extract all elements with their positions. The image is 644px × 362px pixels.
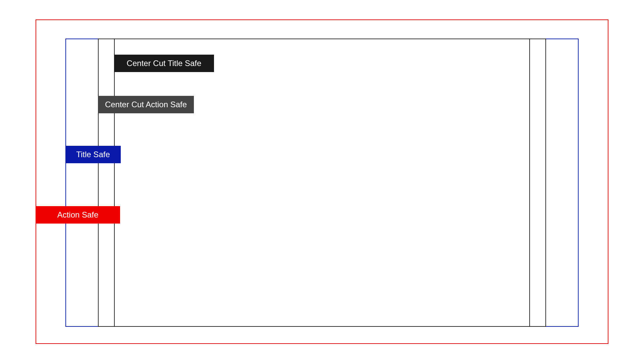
action-safe-label: Action Safe: [36, 206, 120, 224]
center-cut-action-safe-label: Center Cut Action Safe: [98, 96, 194, 113]
title-safe-label: Title Safe: [65, 146, 121, 163]
center-cut-title-safe-label: Center Cut Title Safe: [114, 55, 214, 72]
center-cut-title-safe-frame: [114, 39, 530, 327]
safe-area-diagram: Center Cut Title Safe Center Cut Action …: [0, 0, 644, 362]
